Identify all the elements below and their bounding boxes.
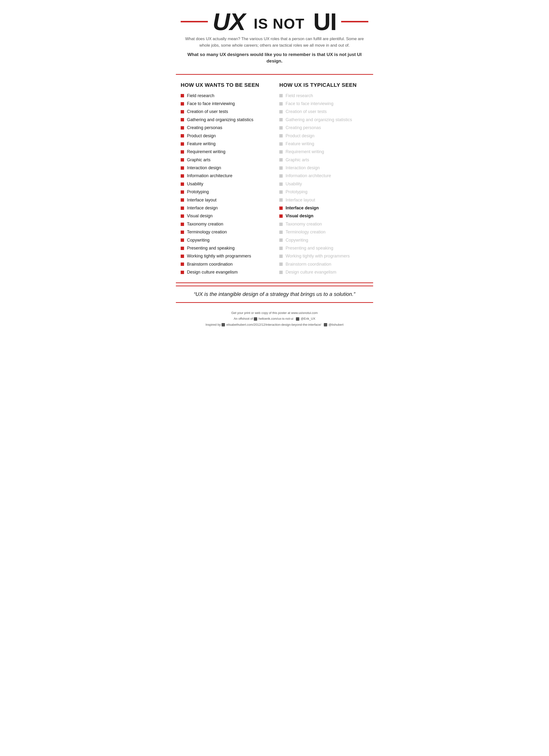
left-list-item: Working tightly with programmers — [181, 253, 270, 259]
left-list-item: Presenting and speaking — [181, 245, 270, 251]
right-item-text-1: Face to face interviewing — [286, 101, 334, 106]
bullet-red-4 — [181, 126, 184, 130]
left-item-text-15: Visual design — [187, 213, 213, 219]
bullet-red-12 — [181, 190, 184, 194]
left-list-item: Creating personas — [181, 125, 270, 131]
right-item-text-6: Feature writing — [286, 141, 314, 147]
right-bullet-3 — [279, 118, 283, 121]
left-list-item: Feature writing — [181, 141, 270, 147]
left-list-item: Information architecture — [181, 173, 270, 179]
bullet-red-17 — [181, 231, 184, 234]
left-list-item: Interface design — [181, 205, 270, 211]
footer-line3: Inspired by elisabethubert.com/2012/12/i… — [176, 322, 373, 328]
bullet-red-1 — [181, 102, 184, 106]
left-item-text-11: Usability — [187, 181, 203, 187]
right-bullet-7 — [279, 150, 283, 154]
right-bullet-21 — [279, 262, 283, 266]
bullet-red-19 — [181, 247, 184, 250]
right-item-text-16: Taxonomy creation — [286, 221, 322, 227]
bullet-red-5 — [181, 134, 184, 137]
bullet-red-21 — [181, 262, 184, 266]
footer-link3: elisabethubert.com/2012/12/interaction-d… — [226, 323, 321, 326]
right-item-text-18: Copywriting — [286, 237, 308, 243]
right-list-item: Prototyping — [279, 189, 368, 195]
right-bullet-4 — [279, 126, 283, 130]
left-item-text-20: Working tightly with programmers — [187, 253, 251, 259]
red-line-left — [181, 21, 208, 22]
bullet-red-3 — [181, 118, 184, 121]
left-list-item: Gathering and organizing statistics — [181, 117, 270, 123]
bullet-red-10 — [181, 174, 184, 178]
right-bullet-20 — [279, 255, 283, 258]
title-is-not: IS NOT — [253, 16, 305, 32]
left-item-text-1: Face to face interviewing — [187, 101, 235, 106]
right-item-text-21: Brainstorm coordination — [286, 262, 331, 267]
right-item-text-20: Working tightly with programmers — [286, 253, 350, 259]
bullet-red-14 — [181, 206, 184, 210]
right-list-item: Graphic arts — [279, 157, 368, 163]
right-column: HOW UX IS TYPICALLY SEEN Field research … — [274, 82, 373, 278]
right-item-text-5: Product design — [286, 133, 315, 139]
right-item-text-2: Creation of user tests — [286, 109, 327, 114]
right-bullet-10 — [279, 174, 283, 178]
right-bullet-16 — [279, 223, 283, 226]
left-list-item: Terminology creation — [181, 229, 270, 235]
right-list-item: Requirement writing — [279, 149, 368, 155]
right-bullet-6 — [279, 142, 283, 146]
left-item-text-2: Creation of user tests — [187, 109, 228, 114]
right-item-text-15: Visual design — [286, 213, 314, 219]
right-bullet-8 — [279, 158, 283, 162]
right-item-text-19: Presenting and speaking — [286, 245, 333, 251]
right-bullet-1 — [279, 102, 283, 106]
right-list-item: Brainstorm coordination — [279, 262, 368, 267]
left-list-item: Product design — [181, 133, 270, 139]
left-item-text-22: Design culture evangelism — [187, 269, 238, 275]
left-list-item: Interface layout — [181, 197, 270, 203]
right-list-item: Information architecture — [279, 173, 368, 179]
bullet-red-18 — [181, 238, 184, 242]
right-bullet-15 — [279, 214, 283, 218]
right-bullet-2 — [279, 110, 283, 113]
left-item-text-12: Prototyping — [187, 189, 209, 195]
right-bullet-11 — [279, 182, 283, 186]
right-column-header: HOW UX IS TYPICALLY SEEN — [279, 82, 368, 88]
left-item-text-17: Terminology creation — [187, 229, 227, 235]
left-list-item: Interaction design — [181, 165, 270, 171]
bullet-red-11 — [181, 182, 184, 186]
left-list-item: Creation of user tests — [181, 109, 270, 114]
right-bullet-18 — [279, 238, 283, 242]
left-list-item: Visual design — [181, 213, 270, 219]
divider-bottom — [176, 282, 373, 283]
bullet-red-9 — [181, 166, 184, 170]
left-item-text-16: Taxonomy creation — [187, 221, 223, 227]
right-list-item: Face to face interviewing — [279, 101, 368, 106]
main-title: UX IS NOT UI — [213, 10, 337, 34]
page: UX IS NOT UI What does UX actually mean?… — [166, 0, 383, 335]
bullet-red-6 — [181, 142, 184, 146]
right-bullet-22 — [279, 271, 283, 274]
footer-line3-prefix: Inspired by — [205, 323, 221, 326]
right-item-text-12: Prototyping — [286, 189, 308, 195]
left-list: Field research Face to face interviewing… — [181, 93, 270, 275]
left-list-item: Field research — [181, 93, 270, 99]
right-item-text-4: Creating personas — [286, 125, 321, 131]
left-list-item: Face to face interviewing — [181, 101, 270, 106]
left-item-text-0: Field research — [187, 93, 214, 99]
right-list-item: Gathering and organizing statistics — [279, 117, 368, 123]
footer-line1: Get your print or web copy of this poste… — [176, 310, 373, 316]
left-list-item: Copywriting — [181, 237, 270, 243]
right-item-text-0: Field research — [286, 93, 313, 99]
footer-line2: An offshoot of helloerik.com/ux-is-not-u… — [176, 316, 373, 322]
left-list-item: Graphic arts — [181, 157, 270, 163]
title-line: UX IS NOT UI — [181, 10, 368, 34]
right-list-item: Interaction design — [279, 165, 368, 171]
right-item-text-22: Design culture evangelism — [286, 269, 336, 275]
right-list-item: Usability — [279, 181, 368, 187]
right-bullet-12 — [279, 190, 283, 194]
footer-elisabet-icon — [221, 323, 225, 326]
right-list-item: Feature writing — [279, 141, 368, 147]
footer-helloerik-icon — [254, 317, 257, 321]
right-list-item: Working tightly with programmers — [279, 253, 368, 259]
right-list-item: Copywriting — [279, 237, 368, 243]
right-item-text-8: Graphic arts — [286, 157, 309, 163]
